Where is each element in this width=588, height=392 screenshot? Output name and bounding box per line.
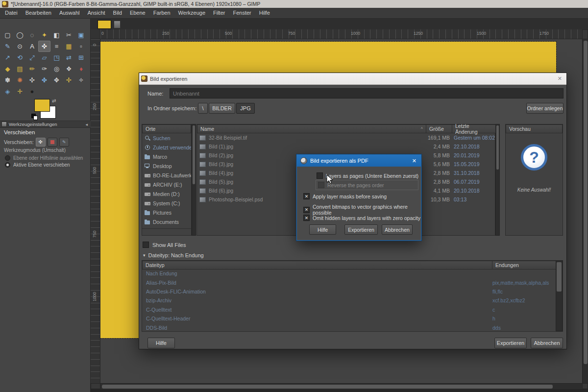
tool-button[interactable]: ✦ (38, 29, 50, 41)
tool-button[interactable]: A (26, 41, 38, 52)
scrollbar-thumb[interactable] (496, 125, 499, 170)
scroll-corner-button[interactable] (582, 29, 588, 39)
scrollbar-thumb[interactable] (584, 41, 588, 364)
tool-button[interactable]: ◳ (50, 52, 63, 63)
menu-item[interactable]: Farben (149, 8, 174, 18)
tool-button[interactable]: ◎ (50, 63, 63, 74)
place-item[interactable]: ARCHIV (E:) (142, 180, 191, 189)
horizontal-scrollbar[interactable] (100, 383, 582, 389)
column-header-filetype[interactable]: Dateityp (142, 261, 492, 270)
tool-button[interactable]: ↗ (1, 52, 14, 63)
pdf-export-button[interactable]: Exportieren (344, 224, 378, 235)
vertical-scrollbar[interactable] (582, 39, 588, 383)
pdf-help-button[interactable]: Hilfe (309, 224, 336, 235)
column-header-modified[interactable]: Letzte Änderung (452, 124, 496, 133)
tool-button[interactable]: ● (26, 86, 38, 97)
menu-item[interactable]: Werkzeuge (174, 8, 209, 18)
filetype-row[interactable]: Nach Endung (142, 269, 556, 278)
filetype-row[interactable]: Alias-Pix-Bild pix,matte,mask,alpha,als (142, 278, 556, 287)
tool-button[interactable]: ✤ (38, 74, 50, 86)
tool-button[interactable]: ✣ (26, 74, 38, 86)
swap-colors-icon[interactable]: ⇄ (52, 98, 56, 103)
breadcrumb-root[interactable]: \ (198, 103, 208, 114)
show-all-files-checkbox[interactable] (143, 242, 149, 248)
tool-button[interactable]: ✏ (26, 63, 38, 74)
scrollbar-thumb[interactable] (102, 385, 553, 389)
close-icon[interactable]: ✕ (412, 158, 416, 164)
place-item[interactable]: Marco (142, 152, 191, 161)
close-icon[interactable]: ✕ (558, 75, 562, 82)
menu-item[interactable]: Auswahl (55, 8, 84, 18)
tool-button[interactable]: ✽ (1, 74, 14, 86)
menu-item[interactable]: Hilfe (255, 8, 274, 18)
move-path-button[interactable]: ✎ (59, 138, 69, 147)
place-item[interactable]: Zuletzt verwendet (142, 143, 191, 152)
tool-button[interactable]: ▢ (1, 29, 14, 41)
scrollbar-thumb[interactable] (557, 262, 562, 292)
tool-button[interactable]: ▤ (14, 63, 26, 74)
tool-button[interactable]: ✂ (63, 29, 75, 41)
create-folder-button[interactable]: Ordner anlegen (526, 103, 564, 114)
tool-button[interactable]: ✢ (63, 74, 75, 86)
tool-options-dock-header[interactable]: Werkzeugeinstellungen ◂ (0, 121, 91, 128)
tool-button[interactable]: ◈ (1, 86, 14, 97)
show-all-files-row[interactable]: Show All Files (143, 242, 186, 248)
cancel-button[interactable]: Abbrechen (531, 338, 563, 348)
radio-icon[interactable] (5, 155, 10, 161)
menu-item[interactable]: Datei (1, 8, 22, 18)
filetype-row[interactable]: DDS-Bild dds (142, 323, 556, 332)
tool-button[interactable]: ◆ (1, 63, 14, 74)
dock-tab-icon[interactable] (114, 21, 121, 28)
option-convert-bitmaps[interactable]: ✕ Convert bitmaps to vector graphics whe… (303, 204, 421, 216)
tool-button[interactable]: ✜ (38, 41, 50, 52)
filetype-scrollbar[interactable] (556, 261, 563, 331)
file-row[interactable]: 32-Bit Beispiel.tif 169,1 MB Gestern um … (197, 133, 495, 142)
filetype-expander[interactable]: ▾ Dateityp: Nach Endung (143, 252, 204, 258)
pdf-cancel-button[interactable]: Abbrechen (382, 224, 413, 235)
tool-button[interactable]: ▣ (75, 29, 87, 41)
convert-bitmaps-checkbox[interactable]: ✕ (303, 207, 310, 213)
tool-button[interactable]: ✑ (38, 63, 50, 74)
filename-input[interactable]: Unbenannt (170, 88, 564, 98)
tool-button[interactable]: ▦ (63, 41, 75, 52)
move-layer-button[interactable]: ✜ (36, 138, 46, 147)
pdf-dialog-titlebar[interactable]: Bild exportieren als PDF ✕ (297, 155, 421, 167)
tool-button[interactable]: ✧ (75, 74, 87, 86)
tool-button[interactable]: ⊙ (14, 41, 26, 52)
place-item[interactable]: System (C:) (142, 198, 191, 208)
ruler-corner[interactable] (91, 29, 100, 39)
tool-button[interactable]: ♦ (75, 63, 87, 74)
radio-row-move-active[interactable]: Aktive Ebene verschieben (5, 162, 70, 168)
place-item[interactable]: Desktop (142, 161, 191, 171)
omit-hidden-checkbox[interactable]: ✕ (303, 215, 310, 221)
radio-row-pick-layer[interactable]: Ebene oder Hilfslinie auswählen (5, 155, 83, 161)
default-colors-icon[interactable] (33, 116, 38, 120)
tool-button[interactable]: ⊞ (75, 52, 87, 63)
column-header-size[interactable]: Größe (426, 124, 452, 133)
tool-button[interactable]: ⤢ (26, 52, 38, 63)
tool-button[interactable]: ⇄ (63, 52, 75, 63)
place-item[interactable]: Medien (D:) (142, 189, 191, 198)
files-scrollbar[interactable] (495, 124, 500, 236)
breadcrumb-bilder[interactable]: BILDER (209, 103, 235, 114)
tool-button[interactable]: ◌ (26, 29, 38, 41)
tool-button[interactable]: ❖ (63, 63, 75, 74)
filetype-row[interactable]: C-Quelltext c (142, 305, 556, 314)
option-apply-layer-masks[interactable]: ✕ Apply layer masks before saving (303, 193, 387, 199)
places-scrollbar[interactable] (192, 124, 196, 236)
tool-button[interactable]: ▫ (75, 41, 87, 52)
tool-button[interactable]: ✥ (50, 74, 63, 86)
export-dialog-titlebar[interactable]: Bild exportieren ✕ (139, 73, 566, 85)
tool-button[interactable]: ✎ (1, 41, 14, 52)
filetype-row[interactable]: C-Quelltext-Header h (142, 314, 556, 323)
column-header-name[interactable]: Name ^ (197, 124, 426, 133)
navigation-button[interactable] (582, 383, 588, 389)
dock-collapse-icon[interactable]: ◂ (85, 122, 88, 127)
place-item[interactable]: Suchen (142, 133, 191, 143)
quick-mask-button[interactable] (91, 383, 100, 389)
option-omit-hidden-layers[interactable]: ✕ Omit hidden layers and layers with zer… (303, 215, 420, 221)
filetype-row[interactable]: AutoDesk-FLIC-Animation fli,flc (142, 287, 556, 296)
foreground-color-swatch[interactable] (34, 99, 50, 112)
filetype-row[interactable]: bzip-Archiv xcf.bz2,xcfbz2 (142, 296, 556, 305)
menu-item[interactable]: Bearbeiten (22, 8, 55, 18)
